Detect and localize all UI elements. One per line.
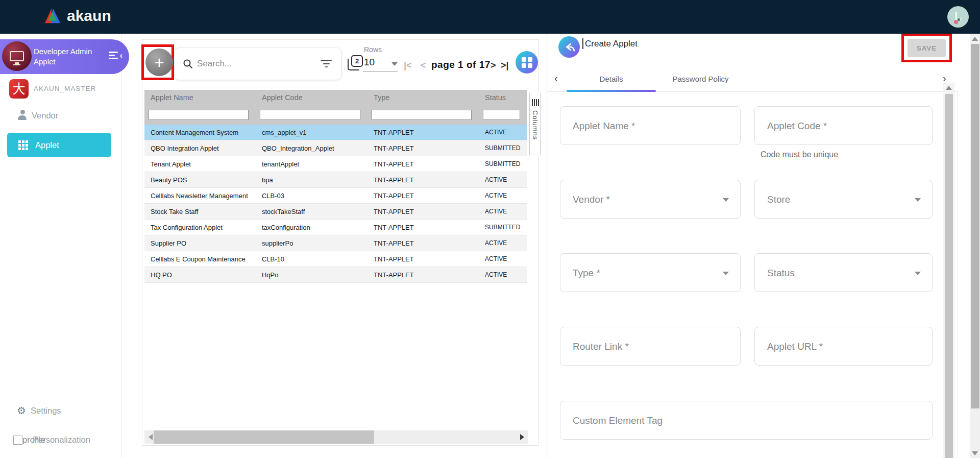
akaun-master-icon: 大 (9, 79, 29, 99)
router-link-field[interactable]: Router Link * (560, 327, 741, 366)
rows-label: Rows (364, 45, 382, 54)
search-input[interactable] (197, 59, 309, 69)
sidebar: Developer Admin Applet ‹ 大 AKAUN_MASTER … (0, 34, 121, 458)
column-header-type[interactable]: Type (368, 90, 479, 105)
table-row[interactable]: Stock Take StaffstockTakeStaff TNT-APPLE… (144, 204, 527, 220)
save-button[interactable]: SAVE (908, 39, 946, 57)
columns-tab-label: Columns (531, 110, 539, 140)
grid-icon (522, 57, 532, 68)
column-header-applet-code[interactable]: Applet Code (256, 90, 368, 105)
status-badge: ACTIVE (479, 188, 527, 204)
pagination-first-button[interactable]: |< (404, 60, 412, 71)
sidebar-item-applet[interactable]: Applet (7, 133, 111, 157)
applet-name-field[interactable]: Applet Name * (560, 106, 741, 145)
akaun-triangle-icon (43, 7, 62, 25)
custom-element-tag-field[interactable]: Custom Element Tag (560, 401, 933, 440)
horizontal-scrollbar-thumb[interactable] (154, 430, 374, 444)
sidebar-item-vendor[interactable]: Vendor (0, 107, 121, 127)
columns-tab[interactable]: Columns (529, 93, 541, 155)
sidebar-item-label: Settings (31, 406, 61, 416)
horizontal-scrollbar[interactable] (144, 430, 528, 444)
page-scrollbar[interactable] (970, 34, 980, 458)
filter-input-status[interactable] (483, 110, 520, 120)
applet-code-field[interactable]: Applet Code * (754, 106, 933, 145)
collapse-menu-icon[interactable]: ‹ (109, 52, 122, 62)
profile-checkbox[interactable] (13, 436, 22, 445)
scroll-up-arrow-icon[interactable] (972, 37, 978, 41)
scroll-down-arrow-icon[interactable] (972, 451, 978, 455)
tab-bar: ‹ Details Password Policy › (547, 66, 958, 92)
vendor-select[interactable]: Vendor * (560, 180, 741, 219)
status-badge: SUBMITTED (479, 220, 527, 235)
pagination-prev-button[interactable]: < (421, 60, 426, 71)
rows-dropdown-caret-icon[interactable] (391, 62, 398, 66)
scroll-left-arrow-icon[interactable] (149, 434, 153, 440)
panel-divider (958, 92, 958, 458)
dropdown-caret-icon (915, 198, 921, 202)
sidebar-title: Developer Admin Applet (34, 46, 110, 66)
tab-password-policy[interactable]: Password Policy (656, 66, 745, 92)
table-row[interactable]: Content Management Systemcms_applet_v1 T… (144, 125, 527, 140)
applet-url-field[interactable]: Applet URL * (754, 327, 933, 366)
table-row[interactable]: Tenant ApplettenantApplet TNT-APPLETSUBM… (144, 156, 527, 172)
rows-per-page-value[interactable]: 10 (364, 57, 375, 68)
pagination-next-button[interactable]: > (491, 60, 496, 71)
page-scrollbar-thumb[interactable] (971, 44, 979, 408)
column-header-applet-name[interactable]: Applet Name (144, 90, 256, 105)
column-header-status[interactable]: Status (479, 90, 527, 105)
code-helper-text: Code must be unique (761, 150, 838, 159)
filter-input-applet-name[interactable] (149, 110, 249, 120)
brand-name: akaun (67, 7, 111, 25)
status-badge: ACTIVE (479, 204, 527, 220)
pagination-status: page 1 of 17 (431, 59, 491, 70)
top-bar: akaun L (0, 0, 980, 34)
table-row[interactable]: Beauty POSbpa TNT-APPLETACTIVE (144, 172, 527, 188)
avatar-leaf-icon (958, 18, 960, 21)
applet-monitor-icon (2, 41, 32, 71)
sidebar-item-settings[interactable]: ⚙ Settings (0, 403, 121, 421)
store-select[interactable]: Store (754, 180, 933, 219)
back-button[interactable] (558, 36, 580, 58)
pagination-last-button[interactable]: >| (501, 60, 509, 71)
add-applet-button[interactable]: + (145, 49, 173, 76)
tab-details[interactable]: Details (567, 66, 656, 92)
table-row[interactable]: HQ POHqPo TNT-APPLETACTIVE (144, 267, 527, 283)
tabs-scroll-left-icon[interactable]: ‹ (554, 73, 558, 84)
form-scrollbar[interactable] (943, 83, 954, 458)
type-select[interactable]: Type * (560, 253, 741, 292)
table-header: Applet Name Applet Code Type Status (144, 90, 527, 105)
person-icon (18, 110, 27, 121)
scroll-up-arrow-icon[interactable] (946, 86, 952, 90)
status-badge: ACTIVE (479, 125, 527, 140)
search-bar (174, 47, 341, 80)
table-row[interactable]: QBO Integration AppletQBO_Integration_Ap… (144, 140, 527, 156)
sidebar-item-akaun-master[interactable]: AKAUN_MASTER (34, 85, 96, 92)
grid-view-button[interactable] (516, 51, 538, 74)
filter-input-type[interactable] (372, 110, 472, 120)
sidebar-item-personalization[interactable]: profile Personalization (0, 432, 121, 452)
table-row[interactable]: Supplier POsupplierPo TNT-APPLETACTIVE (144, 235, 527, 251)
dropdown-caret-icon (723, 272, 729, 275)
filter-icon[interactable] (321, 60, 332, 68)
table-row[interactable]: Celllabs E Coupon MaintenanceCLB-10 TNT-… (144, 251, 527, 267)
grid-icon (18, 140, 28, 150)
rows-underline (363, 71, 398, 72)
applet-list-panel: + 2 Rows 10 |< < page 1 of 17 > >| Apple… (142, 39, 539, 446)
table-row[interactable]: Celllabs Newsletter ManagementCLB-03 TNT… (144, 188, 527, 204)
user-avatar[interactable]: L (947, 6, 969, 28)
dropdown-caret-icon (723, 198, 729, 202)
status-select[interactable]: Status (754, 253, 933, 292)
sidebar-header: Developer Admin Applet ‹ (0, 39, 129, 74)
status-badge: SUBMITTED (479, 156, 527, 172)
table-row[interactable]: Tax Configuration ApplettaxConfiguration… (144, 220, 527, 235)
personalization-label: Personalization (33, 435, 90, 445)
dropdown-caret-icon (915, 272, 921, 275)
pages-icon[interactable]: 2 (348, 55, 364, 71)
page-title: Create Applet (585, 39, 638, 49)
active-tab-underline (567, 90, 656, 92)
form-scrollbar-thumb[interactable] (945, 94, 953, 458)
title-text-cursor (582, 38, 583, 49)
filter-input-applet-code[interactable] (260, 110, 360, 120)
status-badge: ACTIVE (479, 251, 527, 267)
scroll-right-arrow-icon[interactable] (520, 434, 524, 440)
